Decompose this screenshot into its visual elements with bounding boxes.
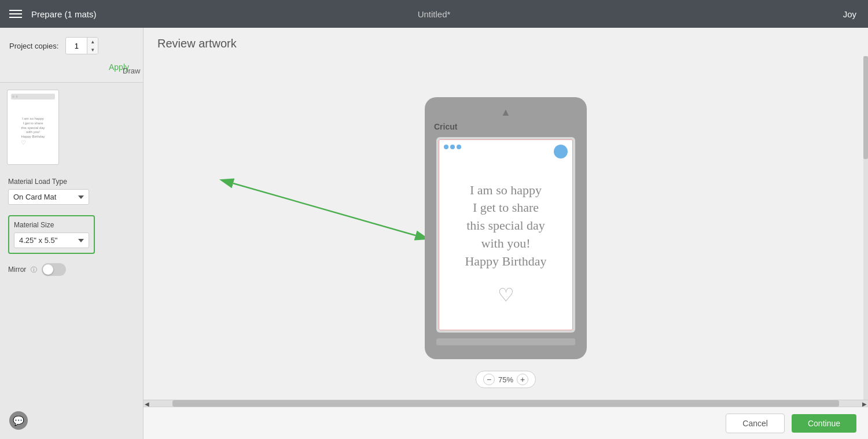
document-title: Untitled* <box>418 9 451 19</box>
copies-down-button[interactable]: ▼ <box>87 46 98 54</box>
screen-dot-3 <box>457 145 461 149</box>
draw-label: Draw <box>123 67 140 75</box>
copies-up-button[interactable]: ▲ <box>87 38 98 46</box>
scroll-right-icon: ▶ <box>862 400 867 407</box>
device-bottom-strip <box>436 338 575 345</box>
cricut-device: ▲ Cricut I am so happy I get to share <box>425 97 587 359</box>
mat-thumbnail: I am so happyI get to sharethis special … <box>7 90 59 165</box>
screen-dot-2 <box>450 145 455 149</box>
canvas-area[interactable]: ▲ Cricut I am so happy I get to share <box>144 56 868 400</box>
right-scrollbar[interactable] <box>863 56 868 400</box>
device-brand-label: Cricut <box>434 122 457 131</box>
card-line-3: this special day <box>465 217 546 235</box>
mat-thumb-heart: ♡ <box>21 139 45 146</box>
copies-input-group: ▲ ▼ <box>65 37 98 54</box>
review-artwork-header: Review artwork <box>144 28 868 56</box>
screen-corner-button[interactable] <box>554 145 568 158</box>
card-line-4: with you! <box>465 235 546 253</box>
material-load-type-section: Material Load Type On Card Mat Standard … <box>0 172 143 211</box>
chat-icon[interactable]: 💬 <box>9 411 28 430</box>
menu-icon[interactable] <box>9 10 22 18</box>
material-load-type-label: Material Load Type <box>8 178 135 186</box>
right-scroll-thumb <box>863 56 868 159</box>
heart-icon: ♡ <box>498 284 514 306</box>
copies-input[interactable] <box>66 40 87 51</box>
horizontal-scrollbar[interactable]: ◀ ▶ <box>144 400 868 407</box>
sidebar-top: Project copies: ▲ ▼ Apply <box>0 28 143 83</box>
main-layout: Project copies: ▲ ▼ Apply <box>0 28 868 439</box>
material-size-section: Material Size 4.25" x 5.5" 5" x 7" A2 (4… <box>0 211 143 259</box>
screen-dot-1 <box>444 145 448 149</box>
svg-line-2 <box>233 183 415 235</box>
toggle-knob <box>43 264 53 275</box>
copies-arrows: ▲ ▼ <box>87 38 98 54</box>
material-size-select[interactable]: 4.25" x 5.5" 5" x 7" A2 (4.25" x 5.5") <box>14 233 89 248</box>
material-size-box: Material Size 4.25" x 5.5" 5" x 7" A2 (4… <box>8 215 95 254</box>
mat-thumb-dot-2 <box>16 95 18 98</box>
zoom-decrease-button[interactable]: − <box>483 374 495 385</box>
mat-thumb-header <box>11 94 55 99</box>
sidebar: Project copies: ▲ ▼ Apply <box>0 28 144 439</box>
scroll-thumb <box>172 400 839 407</box>
app-title: Prepare (1 mats) <box>31 9 97 19</box>
zoom-controls: − 75% + <box>476 371 536 388</box>
zoom-increase-button[interactable]: + <box>517 374 528 385</box>
material-load-type-select[interactable]: On Card Mat Standard Grip Mat Light Grip… <box>8 189 89 205</box>
device-eject-icon: ▲ <box>501 106 511 119</box>
user-name: Joy <box>843 9 856 19</box>
app-header: Prepare (1 mats) Untitled* Joy <box>0 0 868 28</box>
device-screen: I am so happy I get to share this specia… <box>436 137 575 333</box>
screen-dots-left <box>444 145 461 149</box>
card-line-2: I get to share <box>465 199 546 217</box>
main-content: Review artwork ▲ <box>144 28 868 439</box>
continue-button[interactable]: Continue <box>792 414 856 433</box>
card-line-5: Happy Birthday <box>465 253 546 271</box>
mirror-label: Mirror <box>8 265 26 274</box>
mirror-info-icon[interactable]: ⓘ <box>31 265 37 274</box>
project-copies-row: Project copies: ▲ ▼ <box>9 37 134 54</box>
mirror-section: Mirror ⓘ <box>0 259 143 281</box>
bottom-bar: Cancel Continue <box>144 407 868 439</box>
cancel-button[interactable]: Cancel <box>726 414 785 433</box>
mat-thumb-content: I am so happyI get to sharethis special … <box>11 102 55 161</box>
mirror-toggle[interactable] <box>42 263 66 276</box>
zoom-level: 75% <box>498 375 513 384</box>
project-copies-label: Project copies: <box>9 42 58 50</box>
mat-thumbnail-area: I am so happyI get to sharethis special … <box>0 83 143 172</box>
material-size-label: Material Size <box>14 221 89 229</box>
card-text-content: I am so happy I get to share this specia… <box>455 163 556 280</box>
sidebar-bottom: 💬 <box>9 411 28 430</box>
card-line-1: I am so happy <box>465 182 546 200</box>
device-screen-inner: I am so happy I get to share this specia… <box>439 139 573 330</box>
mat-thumb-text: I am so happyI get to sharethis special … <box>21 117 45 139</box>
scroll-left-icon: ◀ <box>145 400 149 407</box>
mat-thumb-dot <box>12 95 14 98</box>
